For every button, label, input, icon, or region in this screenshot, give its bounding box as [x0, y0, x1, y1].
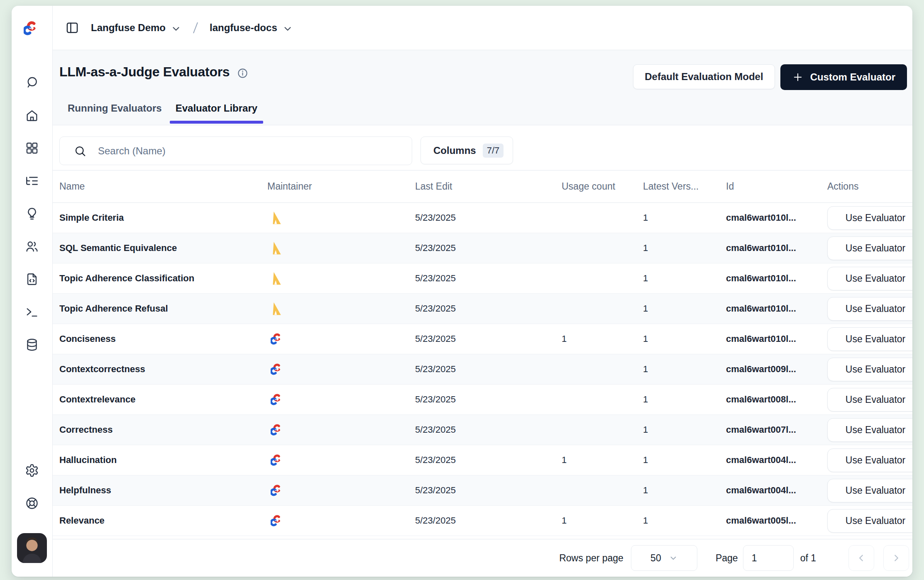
langfuse-logo[interactable] — [12, 6, 52, 50]
latest-version-cell: 1 — [638, 455, 724, 465]
column-header-name: Name — [59, 181, 267, 192]
use-evaluator-button[interactable]: Use Evaluator — [827, 267, 912, 290]
header-actions: Default Evaluation Model Custom Evaluato… — [633, 64, 907, 90]
evaluator-id-cell: cmal6wart010l... — [724, 212, 824, 223]
use-evaluator-button[interactable]: Use Evaluator — [827, 327, 912, 351]
info-icon[interactable] — [237, 68, 248, 79]
use-evaluator-button[interactable]: Use Evaluator — [827, 206, 912, 230]
page-of-label: of 1 — [800, 553, 816, 564]
tab-evaluator-library[interactable]: Evaluator Library — [170, 102, 263, 125]
evaluator-name: SQL Semantic Equivalence — [59, 243, 267, 253]
evaluator-id-cell: cmal6wart004l... — [724, 485, 824, 496]
evaluator-id-cell: cmal6wart009l... — [724, 364, 824, 375]
actions-cell: Use Evaluator — [824, 418, 912, 442]
page-header: LLM-as-a-Judge Evaluators Default Evalua… — [53, 50, 912, 125]
next-page-button[interactable] — [883, 545, 909, 571]
column-header-usage-count: Usage count — [557, 181, 638, 192]
actions-cell: Use Evaluator — [824, 448, 912, 472]
actions-cell: Use Evaluator — [824, 236, 912, 260]
sidebar-item-users[interactable] — [24, 239, 39, 254]
actions-cell: Use Evaluator — [824, 267, 912, 290]
maintainer-cell — [267, 484, 415, 497]
custom-evaluator-button[interactable]: Custom Evaluator — [780, 64, 907, 90]
user-avatar[interactable] — [17, 533, 47, 563]
ragas-maintainer-icon — [271, 272, 283, 285]
evaluator-name: Helpfulness — [59, 485, 267, 496]
columns-button[interactable]: Columns 7/7 — [420, 136, 513, 164]
sidebar-item-tracing[interactable] — [24, 173, 39, 188]
use-evaluator-button[interactable]: Use Evaluator — [827, 479, 912, 502]
maintainer-cell — [267, 453, 415, 467]
latest-version-cell: 1 — [638, 212, 724, 223]
sidebar-item-playground[interactable] — [24, 272, 39, 287]
sidebar-item-support[interactable] — [24, 496, 39, 511]
custom-evaluator-label: Custom Evaluator — [810, 71, 895, 83]
langfuse-maintainer-icon — [271, 332, 284, 346]
use-evaluator-button[interactable]: Use Evaluator — [827, 509, 912, 533]
playground-icon — [25, 272, 39, 286]
use-evaluator-button[interactable]: Use Evaluator — [827, 297, 912, 321]
breadcrumb-project[interactable]: langfuse-docs — [210, 22, 277, 34]
langfuse-maintainer-icon — [271, 393, 284, 406]
evaluator-name: Topic Adherence Refusal — [59, 303, 267, 314]
sidebar-item-dashboard[interactable] — [24, 141, 39, 156]
last-edit-cell: 5/23/2025 — [415, 394, 557, 405]
evaluator-name: Topic Adherence Classification — [59, 273, 267, 284]
ragas-maintainer-icon — [271, 302, 283, 315]
sidebar-bottom-icons — [17, 463, 47, 577]
latest-version-cell: 1 — [638, 515, 724, 526]
sidebar-item-home[interactable] — [24, 108, 39, 123]
users-icon — [25, 239, 39, 253]
sidebar-item-datasets[interactable] — [24, 337, 39, 352]
usage-count-cell: 1 — [557, 334, 638, 344]
sidebar-toggle-icon[interactable] — [65, 20, 80, 35]
evaluator-id-cell: cmal6wart007l... — [724, 424, 824, 435]
table-body: Simple Criteria5/23/20251cmal6wart010l..… — [53, 203, 912, 539]
breadcrumb-org[interactable]: Langfuse Demo — [91, 22, 166, 34]
columns-count-badge: 7/7 — [483, 144, 504, 158]
evaluator-id-cell: cmal6wart008l... — [724, 394, 824, 405]
evaluator-id-cell: cmal6wart010l... — [724, 243, 824, 253]
sidebar-item-evaluation[interactable] — [24, 206, 39, 221]
sidebar-item-search[interactable] — [24, 75, 39, 90]
use-evaluator-button[interactable]: Use Evaluator — [827, 236, 912, 260]
chevron-right-icon — [891, 553, 902, 563]
evaluator-name: Simple Criteria — [59, 212, 267, 223]
column-header-maintainer: Maintainer — [267, 181, 415, 192]
actions-cell: Use Evaluator — [824, 358, 912, 381]
app-window: Langfuse Demo langfuse-docs LLM-as-a-Jud… — [12, 6, 912, 577]
actions-cell: Use Evaluator — [824, 388, 912, 412]
table-toolbar: Columns 7/7 — [53, 125, 912, 170]
maintainer-cell — [267, 363, 415, 376]
previous-page-button[interactable] — [848, 545, 874, 571]
page-label: Page — [716, 553, 738, 564]
use-evaluator-button[interactable]: Use Evaluator — [827, 418, 912, 442]
evaluator-name: Contextcorrectness — [59, 364, 267, 375]
maintainer-cell — [267, 302, 415, 315]
use-evaluator-button[interactable]: Use Evaluator — [827, 448, 912, 472]
chevron-down-icon — [669, 553, 678, 563]
default-evaluation-model-button[interactable]: Default Evaluation Model — [633, 64, 775, 89]
latest-version-cell: 1 — [638, 273, 724, 284]
use-evaluator-button[interactable]: Use Evaluator — [827, 388, 912, 412]
sidebar-item-terminal[interactable] — [24, 305, 39, 319]
chevron-down-icon[interactable] — [171, 23, 181, 34]
sidebar-item-settings[interactable] — [24, 463, 39, 478]
use-evaluator-button[interactable]: Use Evaluator — [827, 358, 912, 381]
latest-version-cell: 1 — [638, 394, 724, 405]
search-input[interactable] — [86, 137, 412, 165]
chevron-down-icon[interactable] — [282, 23, 293, 34]
langfuse-maintainer-icon — [271, 453, 284, 467]
evaluator-id-cell: cmal6wart004l... — [724, 455, 824, 465]
column-header-last-edit: Last Edit — [415, 181, 557, 192]
rows-per-page-select[interactable]: 50 — [631, 545, 697, 571]
table-row: Relevance 5/23/202511cmal6wart005l...Use… — [53, 506, 912, 536]
tab-running-evaluators[interactable]: Running Evaluators — [62, 102, 168, 125]
langfuse-maintainer-icon — [271, 514, 284, 527]
search-box — [59, 136, 412, 165]
langfuse-maintainer-icon — [271, 484, 284, 497]
maintainer-cell — [267, 211, 415, 224]
dashboard-icon — [25, 141, 39, 155]
page-number-input[interactable] — [743, 545, 794, 571]
rows-per-page-value: 50 — [650, 553, 661, 564]
